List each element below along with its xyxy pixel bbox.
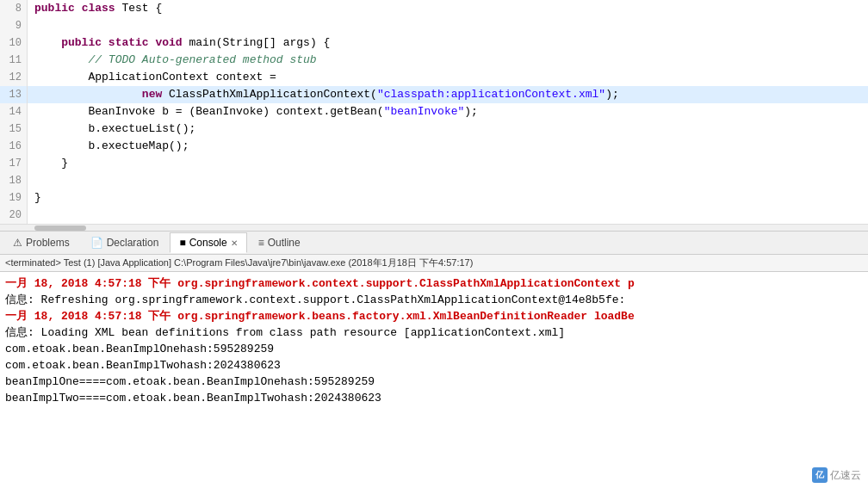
line-number: 10 xyxy=(0,34,28,52)
line-number: 16 xyxy=(0,138,28,155)
outline-tab-label: Outline xyxy=(268,237,301,249)
line-content xyxy=(28,207,868,224)
line-content: // TODO Auto-generated method stub xyxy=(28,52,868,69)
console-line: beanImplOne====com.etoak.bean.BeanImplOn… xyxy=(5,374,863,390)
line-content: ApplicationContext context = xyxy=(28,69,868,86)
line-number: 15 xyxy=(0,120,28,138)
console-line: com.etoak.bean.BeanImplTwohash:202438062… xyxy=(5,357,863,374)
code-line-15: 15 b.exectueList(); xyxy=(0,120,868,138)
line-number: 9 xyxy=(0,17,28,34)
console-line: com.etoak.bean.BeanImplOnehash:595289259 xyxy=(5,341,863,357)
scrollbar-thumb[interactable] xyxy=(34,225,86,231)
code-line-14: 14 BeanInvoke b = (BeanInvoke) context.g… xyxy=(0,103,868,120)
problems-tab-label: Problems xyxy=(26,237,70,249)
code-line-11: 11 // TODO Auto-generated method stub xyxy=(0,52,868,69)
code-line-10: 10 public static void main(String[] args… xyxy=(0,34,868,52)
console-tab-icon: ■ xyxy=(179,237,185,249)
watermark: 亿 亿速云 xyxy=(812,467,861,483)
line-content xyxy=(28,17,868,34)
line-content: BeanInvoke b = (BeanInvoke) context.getB… xyxy=(28,103,868,120)
code-line-17: 17 } xyxy=(0,155,868,172)
line-content: public class Test { xyxy=(28,0,868,17)
tab-console[interactable]: ■Console✕ xyxy=(170,232,246,253)
code-line-12: 12 ApplicationContext context = xyxy=(0,69,868,86)
tab-outline[interactable]: ≡Outline xyxy=(249,232,310,253)
tab-bar: ⚠Problems📄Declaration■Console✕≡Outline xyxy=(0,231,868,255)
line-number: 14 xyxy=(0,103,28,120)
console-line: 信息: Loading XML bean definitions from cl… xyxy=(5,324,863,341)
console-line: 信息: Refreshing org.springframework.conte… xyxy=(5,292,863,308)
line-content: b.exectueMap(); xyxy=(28,138,868,155)
line-number: 8 xyxy=(0,0,28,17)
line-content: } xyxy=(28,155,868,172)
status-bar: <terminated> Test (1) [Java Application]… xyxy=(0,255,868,272)
line-number: 11 xyxy=(0,52,28,69)
code-line-13: 13 new ClassPathXmlApplicationContext("c… xyxy=(0,86,868,103)
line-number: 20 xyxy=(0,207,28,224)
line-number: 12 xyxy=(0,69,28,86)
line-number: 18 xyxy=(0,172,28,189)
watermark-icon: 亿 xyxy=(812,467,828,483)
line-content: } xyxy=(28,189,868,207)
declaration-tab-label: Declaration xyxy=(107,237,159,249)
line-content: b.exectueList(); xyxy=(28,120,868,138)
line-content xyxy=(28,172,868,189)
outline-tab-icon: ≡ xyxy=(258,237,264,249)
watermark-label: 亿速云 xyxy=(830,468,861,483)
code-line-20: 20 xyxy=(0,207,868,224)
declaration-tab-icon: 📄 xyxy=(90,237,103,249)
line-content: new ClassPathXmlApplicationContext("clas… xyxy=(28,86,868,103)
line-number: 17 xyxy=(0,155,28,172)
tab-declaration[interactable]: 📄Declaration xyxy=(81,232,169,253)
line-content: public static void main(String[] args) { xyxy=(28,34,868,52)
code-line-9: 9 xyxy=(0,17,868,34)
tab-problems[interactable]: ⚠Problems xyxy=(3,232,79,253)
code-editor: 8public class Test {9 10 public static v… xyxy=(0,0,868,224)
line-number: 13 xyxy=(0,86,28,103)
code-line-19: 19} xyxy=(0,189,868,207)
problems-tab-icon: ⚠ xyxy=(13,237,22,249)
console-line: 一月 18, 2018 4:57:18 下午 org.springframewo… xyxy=(5,275,863,292)
line-number: 19 xyxy=(0,189,28,207)
console-line: beanImplTwo====com.etoak.bean.BeanImplTw… xyxy=(5,390,863,406)
code-line-8: 8public class Test { xyxy=(0,0,868,17)
code-line-16: 16 b.exectueMap(); xyxy=(0,138,868,155)
horizontal-scrollbar[interactable] xyxy=(0,224,868,231)
console-tab-close[interactable]: ✕ xyxy=(231,238,238,248)
code-line-18: 18 xyxy=(0,172,868,189)
console-line: 一月 18, 2018 4:57:18 下午 org.springframewo… xyxy=(5,308,863,324)
console-tab-label: Console xyxy=(189,237,227,249)
console-area: 一月 18, 2018 4:57:18 下午 org.springframewo… xyxy=(0,272,868,488)
